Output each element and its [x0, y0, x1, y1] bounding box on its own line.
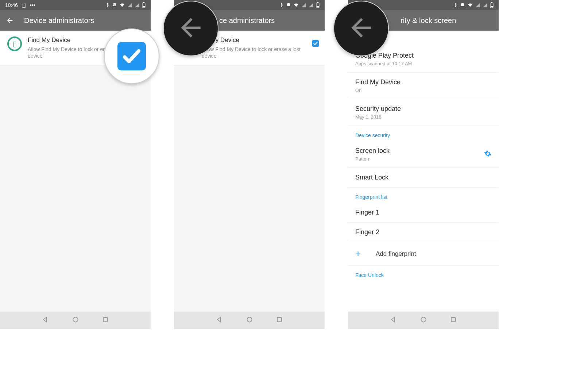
bluetooth-icon — [279, 3, 284, 8]
plus-icon: + — [355, 248, 370, 259]
section-header-face-unlock: Face Unlock — [348, 266, 499, 281]
back-arrow-icon — [176, 13, 205, 44]
row-subtitle: Pattern — [355, 156, 390, 162]
svg-rect-12 — [491, 2, 492, 3]
row-title: Security update — [355, 105, 401, 113]
content-area: ▯ nd My Device Allow Find My Device to l… — [174, 31, 325, 312]
appbar-title: Device administrators — [24, 16, 94, 25]
checkbox-checked-icon — [117, 42, 146, 70]
add-fingerprint-label: Add fingerprint — [376, 250, 416, 258]
content-area: status Google Play Protect Apps scanned … — [348, 31, 499, 312]
callout-back-arrow — [333, 1, 389, 56]
section-header-fingerprint: Fingerprint list — [348, 188, 499, 203]
callout-checkbox — [104, 28, 159, 84]
row-subtitle: Allow Find My Device to lock or erase a … — [202, 46, 306, 59]
wifi-icon — [119, 3, 125, 8]
row-title: Find My Device — [355, 78, 401, 86]
setting-smart-lock[interactable]: Smart Lock — [348, 168, 499, 188]
back-arrow-icon — [347, 13, 376, 44]
row-subtitle: Apps scanned at 10:17 AM — [355, 61, 414, 66]
svg-point-4 — [73, 317, 78, 322]
appbar-title: ce administrators — [219, 16, 275, 25]
image-icon: ▢ — [22, 2, 26, 8]
svg-rect-5 — [103, 317, 108, 322]
signal-icon — [127, 3, 132, 8]
nav-bar — [174, 312, 325, 329]
battery-icon — [316, 2, 320, 8]
section-header-device-security: Device security — [348, 126, 499, 141]
bluetooth-icon — [105, 3, 110, 8]
phone-screen-2: ce administrators ▯ nd My Device Allow F… — [174, 0, 325, 329]
dnd-icon — [286, 3, 291, 8]
nav-bar — [348, 312, 499, 329]
app-bar: Device administrators — [0, 10, 151, 31]
nav-home-icon[interactable] — [420, 316, 427, 325]
row-title: Finger 1 — [355, 209, 379, 216]
wifi-icon — [467, 3, 473, 8]
checkbox-checked-icon[interactable] — [312, 40, 319, 47]
signal-icon — [475, 3, 480, 8]
nav-back-icon[interactable] — [42, 316, 49, 325]
more-icon: ••• — [30, 2, 35, 8]
fingerprint-2[interactable]: Finger 2 — [348, 223, 499, 242]
nav-recent-icon[interactable] — [102, 316, 109, 325]
clock-text: 10:46 — [5, 2, 18, 8]
svg-rect-13 — [491, 6, 493, 7]
back-arrow-icon[interactable] — [6, 16, 14, 24]
callout-back-arrow — [163, 1, 218, 56]
nav-bar — [0, 312, 151, 329]
svg-rect-10 — [277, 317, 282, 322]
fingerprint-1[interactable]: Finger 1 — [348, 203, 499, 223]
row-title: Finger 2 — [355, 228, 379, 236]
signal-icon-2 — [135, 3, 140, 8]
add-fingerprint-row[interactable]: + Add fingerprint — [348, 242, 499, 266]
row-title: Smart Lock — [355, 174, 388, 181]
signal-icon — [301, 3, 306, 8]
row-subtitle: On — [355, 88, 401, 93]
row-title: Screen lock — [355, 147, 390, 155]
svg-point-14 — [421, 317, 426, 322]
nav-back-icon[interactable] — [390, 316, 397, 325]
battery-icon — [490, 2, 494, 8]
gear-icon[interactable] — [484, 150, 491, 159]
wifi-icon — [293, 3, 299, 8]
svg-rect-2 — [143, 2, 144, 3]
signal-icon-2 — [483, 3, 488, 8]
nav-home-icon[interactable] — [72, 316, 79, 325]
signal-icon-2 — [309, 3, 314, 8]
nav-recent-icon[interactable] — [450, 316, 457, 325]
dnd-icon — [460, 3, 465, 8]
phone-screen-3: rity & lock screen status Google Play Pr… — [348, 0, 499, 329]
bluetooth-icon — [453, 3, 458, 8]
battery-icon — [142, 2, 146, 8]
appbar-title: rity & lock screen — [401, 16, 456, 25]
status-bar: 10:46 ▢ ••• — [0, 0, 151, 10]
row-title: nd My Device — [202, 36, 306, 44]
find-my-device-icon: ▯ — [7, 36, 22, 51]
setting-security-update[interactable]: Security update May 1, 2018 — [348, 99, 499, 126]
svg-rect-3 — [143, 6, 145, 7]
nav-recent-icon[interactable] — [276, 316, 283, 325]
svg-point-9 — [247, 317, 252, 322]
dnd-icon — [112, 3, 117, 8]
row-subtitle: May 1, 2018 — [355, 114, 401, 120]
setting-screen-lock[interactable]: Screen lock Pattern — [348, 141, 499, 168]
nav-back-icon[interactable] — [216, 316, 223, 325]
svg-rect-15 — [451, 317, 456, 322]
nav-home-icon[interactable] — [246, 316, 253, 325]
phone-screen-1: 10:46 ▢ ••• — [0, 0, 151, 329]
svg-rect-8 — [317, 6, 319, 7]
svg-rect-7 — [317, 2, 318, 3]
setting-find-my-device[interactable]: Find My Device On — [348, 73, 499, 99]
